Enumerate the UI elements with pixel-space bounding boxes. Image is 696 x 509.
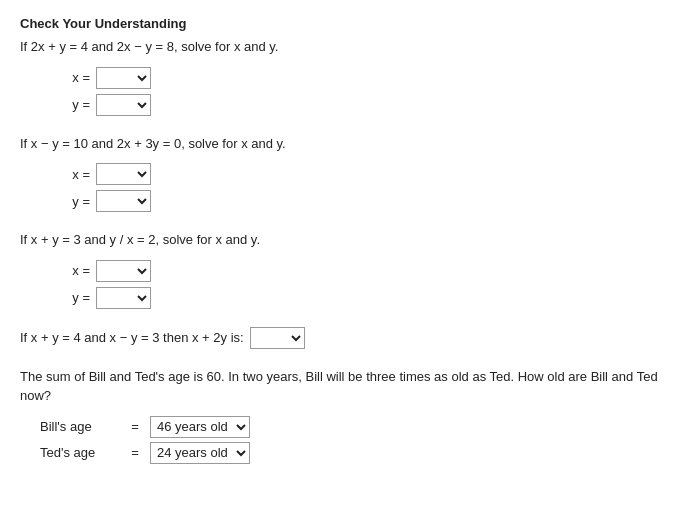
ted-age-select[interactable]: 24 years old 22 years old 26 years old 2… <box>150 442 250 464</box>
q2-x-select[interactable]: 4 5 6 7 <box>96 163 151 185</box>
q1-x-row: x = 1 2 3 4 <box>60 67 676 89</box>
q4-text: If x + y = 4 and x − y = 3 then x + 2y i… <box>20 327 676 349</box>
q1-text: If 2x + y = 4 and 2x − y = 8, solve for … <box>20 37 676 57</box>
q3-x-row: x = 1 2 3 <box>60 260 676 282</box>
question-3: If x + y = 3 and y / x = 2, solve for x … <box>20 230 676 309</box>
bill-select-container: 46 years old 44 years old 48 years old 5… <box>150 416 250 438</box>
q2-text: If x − y = 10 and 2x + 3y = 0, solve for… <box>20 134 676 154</box>
q3-x-select[interactable]: 1 2 3 <box>96 260 151 282</box>
ted-eq: = <box>120 445 150 460</box>
q3-y-select[interactable]: 1 2 3 <box>96 287 151 309</box>
q3-x-label: x = <box>60 263 90 278</box>
question-1: If 2x + y = 4 and 2x − y = 8, solve for … <box>20 37 676 116</box>
bill-row: Bill's age = 46 years old 44 years old 4… <box>40 416 676 438</box>
q2-y-select[interactable]: -5 -4 -3 -2 <box>96 190 151 212</box>
question-4: If x + y = 4 and x − y = 3 then x + 2y i… <box>20 327 676 349</box>
q2-x-row: x = 4 5 6 7 <box>60 163 676 185</box>
q1-x-label: x = <box>60 70 90 85</box>
q2-x-label: x = <box>60 167 90 182</box>
q1-y-label: y = <box>60 97 90 112</box>
q1-x-select[interactable]: 1 2 3 4 <box>96 67 151 89</box>
ted-select-container: 24 years old 22 years old 26 years old 2… <box>150 442 250 464</box>
bill-eq: = <box>120 419 150 434</box>
q3-y-row: y = 1 2 3 <box>60 287 676 309</box>
page-title: Check Your Understanding <box>20 16 676 31</box>
bill-label: Bill's age <box>40 419 120 434</box>
q2-y-label: y = <box>60 194 90 209</box>
q4-select[interactable]: 4 5 6 7 8 <box>250 327 305 349</box>
ted-row: Ted's age = 24 years old 22 years old 26… <box>40 442 676 464</box>
question-2: If x − y = 10 and 2x + 3y = 0, solve for… <box>20 134 676 213</box>
q4-text-before: If x + y = 4 and x − y = 3 then x + 2y i… <box>20 328 244 348</box>
q3-y-label: y = <box>60 290 90 305</box>
bill-age-select[interactable]: 46 years old 44 years old 48 years old 5… <box>150 416 250 438</box>
q3-text: If x + y = 3 and y / x = 2, solve for x … <box>20 230 676 250</box>
ted-label: Ted's age <box>40 445 120 460</box>
q1-y-select[interactable]: -2 -1 0 1 2 <box>96 94 151 116</box>
word-problem-text: The sum of Bill and Ted's age is 60. In … <box>20 367 676 406</box>
age-table: Bill's age = 46 years old 44 years old 4… <box>40 416 676 464</box>
q1-y-row: y = -2 -1 0 1 2 <box>60 94 676 116</box>
q2-y-row: y = -5 -4 -3 -2 <box>60 190 676 212</box>
word-problem: The sum of Bill and Ted's age is 60. In … <box>20 367 676 464</box>
